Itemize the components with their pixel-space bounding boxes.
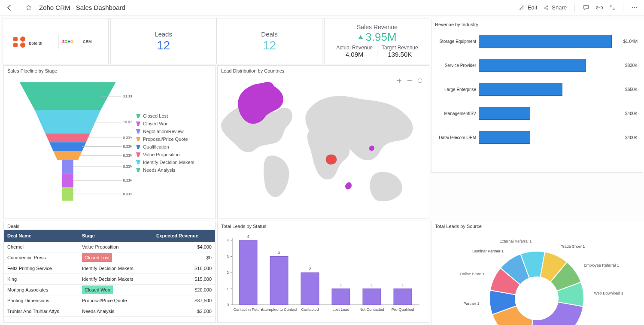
svg-point-1 (547, 6, 548, 7)
rev-big: 3.95M (365, 30, 396, 44)
boldbi-text: Bold BI (29, 41, 43, 46)
deals-table-card: Deals Deal Name Stage Expected Revenue C… (3, 221, 216, 323)
svg-text:1: 1 (227, 287, 229, 291)
target-value: 139.50K (382, 51, 418, 58)
svg-text:3: 3 (227, 255, 229, 259)
svg-text:CRM: CRM (83, 39, 92, 44)
comment-icon[interactable] (583, 4, 589, 11)
bar-row: Storage Equipment$1.04M (437, 35, 638, 48)
table-row[interactable]: Truhlar And Truhlar AttysNeeds Analysis$… (4, 306, 215, 317)
svg-text:4: 4 (247, 234, 249, 239)
th-deal-name[interactable]: Deal Name (4, 230, 79, 242)
svg-marker-15 (45, 134, 90, 143)
th-rev[interactable]: Expected Revenue (153, 230, 215, 242)
svg-point-8 (20, 36, 25, 42)
svg-text:2: 2 (309, 267, 311, 271)
deals-title: Deals (4, 221, 215, 230)
svg-rect-53 (301, 273, 319, 305)
logo-card: Bold BI ZOHO CRM (3, 18, 109, 64)
world-map[interactable] (218, 74, 428, 212)
kpi-deals: Deals 12 (216, 18, 322, 64)
status-title: Total Leads by Status (218, 221, 429, 230)
funnel-chart: 33.33% 16.67% 8.33% 8.33% 8.33% 8.33% 8.… (12, 78, 132, 211)
kpi-deals-value: 12 (263, 39, 276, 52)
bar-row: Data/Telecom OEM$400K (437, 131, 638, 144)
sales-pipeline: Sales Pipeline by Stage (3, 65, 216, 219)
actual-value: 4.09M (336, 51, 373, 58)
svg-marker-20 (62, 187, 73, 201)
svg-text:Pre-Qualified: Pre-Qualified (392, 307, 414, 312)
legend-item[interactable]: Negotiation/Review (136, 129, 212, 134)
svg-point-0 (544, 7, 546, 8)
pencil-icon (519, 5, 525, 11)
th-stage[interactable]: Stage (79, 230, 153, 242)
bar-row: Service Provider$830K (437, 59, 638, 72)
status-chart: 01234 432111 Contact in FutureAttempted … (218, 230, 428, 318)
table-row[interactable]: ChemelValue Proposition$4,000 (4, 242, 215, 252)
svg-rect-6 (13, 37, 18, 41)
svg-text:8.33%: 8.33% (123, 144, 132, 149)
legend-item[interactable]: Closed Lost (136, 113, 212, 118)
bar-row: ManagementISV$400K (437, 107, 638, 120)
link-icon[interactable] (595, 5, 603, 11)
table-row[interactable]: Commercial PressClosed Lost$0 (4, 252, 215, 263)
leadmap-title: Lead Distribution by Countries (218, 66, 429, 74)
back-icon[interactable] (6, 4, 13, 11)
svg-text:External Referral 1: External Referral 1 (499, 239, 532, 243)
topbar: Zoho CRM - Sales Dashboard Edit Share (0, 0, 644, 15)
svg-text:Employee Referral 1: Employee Referral 1 (584, 263, 619, 267)
svg-text:1: 1 (340, 283, 342, 287)
svg-marker-14 (35, 110, 100, 134)
more-icon[interactable] (631, 4, 638, 11)
row1-col2: Deals 12 Sales Revenue 3.95M Actual Reve… (216, 18, 430, 64)
svg-point-2 (547, 9, 548, 10)
expand-icon[interactable] (609, 5, 615, 11)
funnel-legend: Closed LostClosed WonNegotiation/ReviewP… (132, 78, 212, 208)
kpi-deals-label: Deals (261, 30, 277, 38)
zoom-out-icon[interactable] (407, 78, 413, 84)
svg-text:Contacted: Contacted (301, 307, 319, 312)
kpi-revenue: Sales Revenue 3.95M Actual Revenue 4.09M… (324, 18, 430, 64)
svg-marker-19 (62, 173, 73, 187)
share-icon (543, 5, 549, 11)
edit-label: Edit (528, 4, 537, 11)
svg-text:3: 3 (278, 251, 280, 255)
table-row[interactable]: Feltz Printing ServiceIdentify Decision … (4, 263, 215, 274)
star-icon[interactable] (25, 4, 32, 11)
lead-distribution-map: Lead Distribution by Countries (217, 65, 429, 219)
svg-text:1: 1 (371, 283, 373, 287)
zoom-in-icon[interactable] (396, 78, 402, 84)
legend-item[interactable]: Qualification (136, 144, 212, 149)
svg-rect-49 (239, 240, 257, 305)
table-row[interactable]: Morlong AssociatesClosed Won$20,000 (4, 285, 215, 295)
revenue-by-industry: Revenue by Industry Storage Equipment$1.… (431, 19, 643, 173)
share-button[interactable]: Share (543, 4, 567, 11)
svg-text:8.33%: 8.33% (123, 178, 132, 182)
svg-rect-51 (270, 257, 288, 305)
legend-item[interactable]: Value Proposition (136, 152, 212, 157)
revind-title: Revenue by Industry (431, 19, 643, 28)
svg-text:4: 4 (227, 238, 229, 243)
svg-text:Trade Show 1: Trade Show 1 (561, 244, 585, 249)
donut-chart: External Referral 1Trade Show 1Employee … (431, 230, 642, 325)
svg-text:Web Download 1: Web Download 1 (594, 291, 623, 295)
table-row[interactable]: KingIdentify Decision Makers$15,000 (4, 274, 215, 285)
edit-button[interactable]: Edit (519, 4, 537, 11)
table-row[interactable]: Printing DimensionsProposal/Price Quote$… (4, 295, 215, 306)
legend-item[interactable]: Closed Won (136, 121, 212, 126)
legend-item[interactable]: Needs Analysis (136, 167, 212, 173)
legend-item[interactable]: Identify Decision Makers (136, 160, 212, 165)
svg-text:8.33%: 8.33% (123, 164, 132, 169)
svg-text:0: 0 (227, 303, 229, 307)
svg-text:33.33%: 33.33% (123, 94, 132, 98)
svg-text:Online Store 1: Online Store 1 (460, 272, 485, 276)
svg-point-5 (636, 7, 637, 8)
deals-table: Deal Name Stage Expected Revenue ChemelV… (4, 230, 215, 317)
svg-text:Partner 1: Partner 1 (463, 301, 479, 306)
refresh-icon[interactable] (417, 78, 423, 84)
bar-row: Large Enterprise$650K (437, 83, 638, 96)
kpi-leads-label: Leads (155, 30, 172, 38)
row1-col1: Bold BI ZOHO CRM Leads 12 (3, 18, 216, 64)
target-label: Target Revenue (382, 45, 418, 51)
legend-item[interactable]: Proposal/Price Quote (136, 137, 212, 142)
